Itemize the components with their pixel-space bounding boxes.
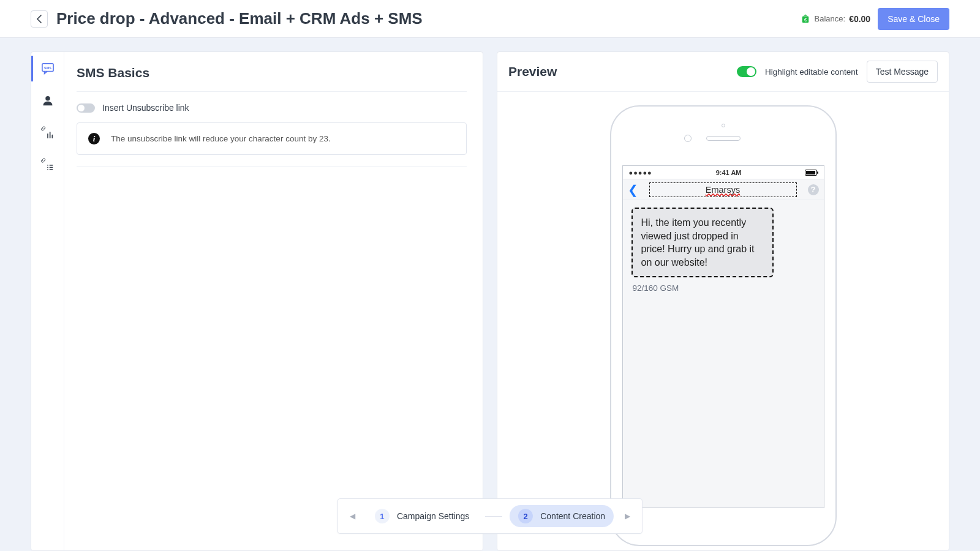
phone-time: 9:41 AM <box>716 169 742 176</box>
svg-point-4 <box>45 96 50 101</box>
settings-panel: SMS SMS Basics Insert Unsubscribe link i <box>31 51 483 551</box>
save-close-button[interactable]: Save & Close <box>878 8 949 30</box>
phone-status-bar: ●●●●● 9:41 AM <box>623 166 824 179</box>
info-callout: i The unsubscribe link will reduce your … <box>77 122 467 155</box>
sender-name-input[interactable]: Emarsys <box>649 182 797 197</box>
help-icon[interactable]: ? <box>808 184 819 195</box>
info-icon: i <box>88 133 100 144</box>
message-body-input[interactable]: Hi, the item you recently viewed just dr… <box>631 208 774 277</box>
balance-display: € Balance: €0.00 <box>800 13 871 24</box>
wizard-stepper: ◀ 1 Campaign Settings 2 Content Creation… <box>337 498 643 534</box>
side-nav: SMS <box>31 52 64 550</box>
highlight-toggle[interactable] <box>737 66 756 77</box>
phone-nav-bar: ❮ Emarsys ? <box>623 179 824 200</box>
nav-recipient[interactable] <box>40 92 56 108</box>
unsubscribe-toggle[interactable] <box>77 103 95 113</box>
step-connector <box>485 516 502 517</box>
balance-label: Balance: <box>815 14 846 23</box>
preview-title: Preview <box>508 64 557 79</box>
step-campaign-settings[interactable]: 1 Campaign Settings <box>366 505 478 527</box>
step-number: 1 <box>375 509 390 523</box>
nav-sms-basics[interactable]: SMS <box>40 61 56 77</box>
step-label: Content Creation <box>540 511 605 521</box>
person-icon <box>42 94 54 107</box>
phone-mockup: ●●●●● 9:41 AM ❮ Emarsys ? Hi, the item y… <box>610 105 837 546</box>
phone-sensor-icon <box>684 135 692 142</box>
highlight-toggle-label: Highlight editable content <box>765 67 858 77</box>
character-count: 92/160 GSM <box>631 283 815 293</box>
preview-panel: Preview Highlight editable content Test … <box>497 51 949 551</box>
page-title: Price drop - Advanced - Email + CRM Ads … <box>56 9 423 28</box>
sms-icon: SMS <box>41 62 55 75</box>
balance-icon: € <box>800 13 811 24</box>
link-list-icon <box>41 157 55 171</box>
info-text: The unsubscribe link will reduce your ch… <box>111 134 331 143</box>
step-content-creation[interactable]: 2 Content Creation <box>510 505 614 527</box>
step-number: 2 <box>518 509 533 523</box>
svg-text:SMS: SMS <box>44 66 51 70</box>
nav-link-list[interactable] <box>40 156 56 172</box>
section-title: SMS Basics <box>77 62 467 91</box>
step-label: Campaign Settings <box>397 511 469 521</box>
signal-icon: ●●●●● <box>629 169 652 176</box>
top-bar: Price drop - Advanced - Email + CRM Ads … <box>0 0 980 38</box>
stepper-prev[interactable]: ◀ <box>347 512 359 520</box>
nav-tracking[interactable] <box>40 124 56 140</box>
stepper-next[interactable]: ▶ <box>621 512 633 520</box>
svg-point-6 <box>47 167 48 168</box>
link-chart-icon <box>41 126 55 139</box>
phone-screen: ●●●●● 9:41 AM ❮ Emarsys ? Hi, the item y… <box>622 165 824 508</box>
phone-camera-icon <box>722 124 725 127</box>
balance-value: €0.00 <box>849 14 870 24</box>
phone-back-icon[interactable]: ❮ <box>628 184 638 196</box>
back-button[interactable] <box>31 10 48 28</box>
svg-point-7 <box>47 169 48 170</box>
phone-speaker-icon <box>706 136 741 141</box>
battery-icon <box>805 170 817 176</box>
chevron-left-icon <box>37 15 42 23</box>
test-message-button[interactable]: Test Message <box>867 61 938 83</box>
unsubscribe-toggle-label: Insert Unsubscribe link <box>102 103 189 113</box>
svg-point-5 <box>47 165 48 166</box>
